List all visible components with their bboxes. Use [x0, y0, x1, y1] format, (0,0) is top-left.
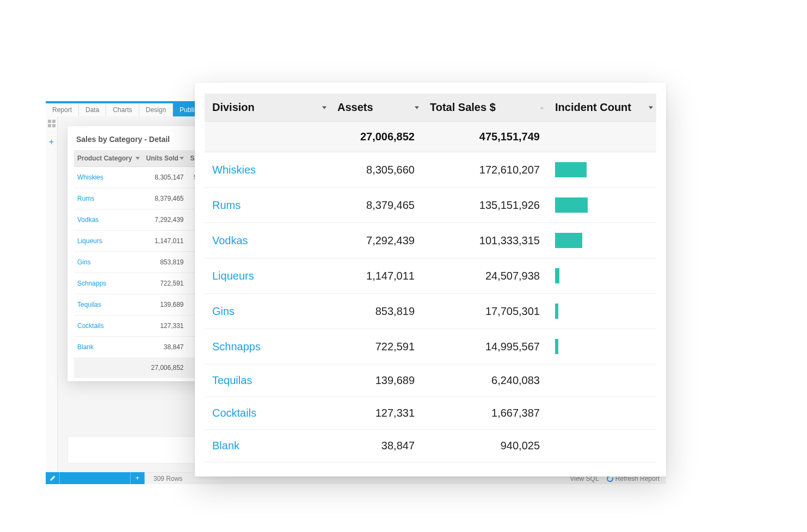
incident-bar: [555, 197, 588, 213]
cell-total-sales: 1,667,387: [422, 397, 547, 430]
plus-icon: +: [135, 474, 139, 482]
cell-division: Blank: [205, 430, 330, 462]
cell-total-sales: 14,995,567: [422, 329, 547, 364]
division-link[interactable]: Tequilas: [212, 374, 252, 386]
big-table: Division Assets Total Sales $ Incident C…: [205, 94, 656, 462]
tab-design[interactable]: Design: [139, 103, 173, 116]
edit-button[interactable]: [46, 472, 60, 484]
cell-category: Whiskies: [74, 167, 143, 188]
category-link[interactable]: Vodkas: [77, 216, 98, 224]
left-rail: +: [46, 116, 58, 472]
cell-division: Liqueurs: [205, 258, 330, 294]
category-link[interactable]: Liqueurs: [77, 237, 102, 245]
division-link[interactable]: Vodkas: [212, 234, 248, 246]
cell-assets: 722,591: [330, 329, 422, 364]
incident-bar: [555, 233, 582, 248]
cell-incident: [547, 258, 656, 294]
small-total-units: 27,006,852: [143, 357, 187, 378]
division-link[interactable]: Whiskies: [212, 164, 256, 176]
cell-assets: 7,292,439: [330, 223, 422, 258]
cell-total-sales: 101,333,315: [422, 223, 547, 258]
cell-division: Cocktails: [205, 397, 330, 430]
division-link[interactable]: Blank: [212, 440, 239, 451]
table-row: Liqueurs1,147,01124,507,938: [205, 258, 656, 294]
cell-total-sales: 17,705,301: [422, 294, 547, 329]
table-row: Cocktails127,3311,667,387: [205, 397, 656, 430]
division-link[interactable]: Schnapps: [212, 341, 261, 352]
cell-category: Gins: [74, 252, 143, 273]
cell-assets: 1,147,011: [330, 258, 422, 294]
col-label: Division: [212, 101, 255, 113]
big-total-assets: 27,006,852: [330, 122, 422, 152]
cell-division: Whiskies: [205, 152, 330, 188]
sort-caret-icon[interactable]: [649, 106, 653, 109]
cell-category: Blank: [74, 337, 143, 358]
add-panel-button[interactable]: +: [49, 137, 54, 147]
category-link[interactable]: Tequilas: [77, 301, 101, 308]
col-incident-count[interactable]: Incident Count: [547, 94, 656, 122]
cell-units: 722,591: [143, 273, 187, 294]
cell-division: Tequilas: [205, 364, 330, 397]
tab-report[interactable]: Report: [46, 103, 79, 116]
category-link[interactable]: Cocktails: [77, 322, 104, 330]
col-assets[interactable]: Assets: [330, 94, 422, 122]
cell-incident: [547, 152, 656, 188]
cell-units: 139,689: [143, 294, 187, 316]
tab-data[interactable]: Data: [79, 103, 106, 116]
tab-charts[interactable]: Charts: [106, 103, 139, 116]
col-units-sold[interactable]: Units Sold: [143, 150, 187, 167]
status-seg-blank: [60, 472, 131, 484]
category-link[interactable]: Schnapps: [77, 280, 106, 287]
sort-caret-icon[interactable]: [322, 106, 327, 109]
col-product-category[interactable]: Product Category: [74, 150, 143, 167]
big-total-sales: 475,151,749: [422, 122, 547, 152]
cell-category: Liqueurs: [74, 231, 143, 252]
cell-total-sales: 6,240,083: [422, 364, 547, 397]
division-link[interactable]: Cocktails: [212, 407, 256, 419]
cell-units: 8,305,147: [143, 167, 187, 188]
sort-caret-icon[interactable]: [415, 106, 419, 109]
cell-assets: 127,331: [330, 397, 422, 430]
category-link[interactable]: Gins: [77, 258, 91, 266]
cell-incident: [547, 364, 656, 397]
cell-units: 853,819: [143, 252, 187, 273]
cell-category: Vodkas: [74, 209, 143, 231]
category-link[interactable]: Rums: [77, 195, 94, 202]
big-panel: Division Assets Total Sales $ Incident C…: [195, 83, 666, 477]
cell-incident: [547, 430, 656, 462]
cell-category: Cocktails: [74, 316, 143, 337]
status-left: +: [46, 472, 145, 484]
grid-icon[interactable]: [48, 120, 56, 127]
table-row: Blank38,847940,025: [205, 430, 656, 462]
cell-incident: [547, 329, 656, 364]
division-link[interactable]: Gins: [212, 305, 235, 317]
category-link[interactable]: Blank: [77, 343, 94, 351]
sort-caret-up-icon[interactable]: [540, 106, 544, 109]
incident-bar: [555, 268, 559, 283]
table-row: Tequilas139,6896,240,083: [205, 364, 656, 397]
table-row: Schnapps722,59114,995,567: [205, 329, 656, 364]
cell-units: 7,292,439: [143, 209, 187, 231]
sort-caret-icon[interactable]: [180, 157, 184, 160]
cell-assets: 139,689: [330, 364, 422, 397]
col-label: Product Category: [77, 154, 132, 162]
col-total-sales[interactable]: Total Sales $: [422, 94, 547, 122]
category-link[interactable]: Whiskies: [77, 174, 103, 181]
col-label: Units Sold: [146, 154, 178, 162]
cell-total-sales: 172,610,207: [422, 152, 547, 188]
sort-caret-icon[interactable]: [135, 157, 140, 160]
big-totals-row: 27,006,852 475,151,749: [205, 122, 656, 152]
division-link[interactable]: Rums: [212, 199, 241, 211]
pencil-icon: [50, 475, 56, 481]
cell-division: Gins: [205, 294, 330, 329]
cell-units: 1,147,011: [143, 231, 187, 252]
cell-incident: [547, 397, 656, 430]
add-button[interactable]: +: [131, 472, 145, 484]
division-link[interactable]: Liqueurs: [212, 270, 254, 282]
cell-division: Rums: [205, 188, 330, 223]
cell-units: 127,331: [143, 316, 187, 337]
cell-units: 8,379,465: [143, 188, 187, 209]
table-row: Whiskies8,305,660172,610,207: [205, 152, 656, 188]
table-row: Vodkas7,292,439101,333,315: [205, 223, 656, 258]
col-division[interactable]: Division: [205, 94, 330, 122]
